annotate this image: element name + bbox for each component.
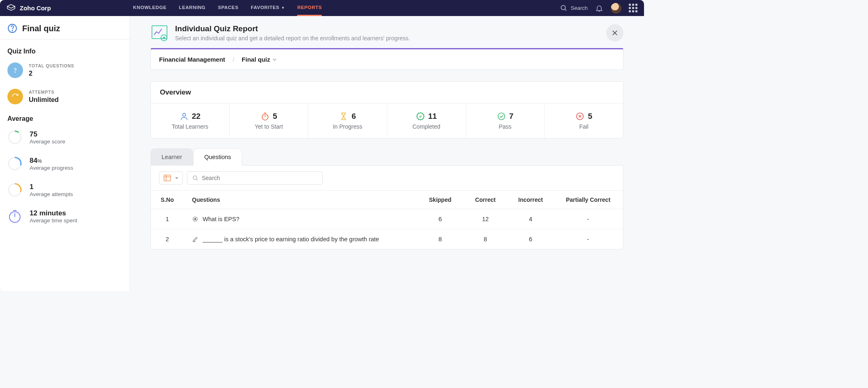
page-title: Individual Quiz Report	[175, 24, 410, 33]
avg-time-label: Average time spent	[30, 217, 77, 224]
breadcrumb-course[interactable]: Financial Management	[159, 56, 225, 63]
caret-down-icon: ▼	[281, 6, 285, 10]
x-circle-icon	[575, 112, 584, 121]
questions-table-card: S.No Questions Skipped Correct Incorrect…	[150, 165, 623, 249]
overview-stats: 22 Total Learners 5 Yet to Start 6 In Pr…	[151, 104, 623, 138]
col-skipped: Skipped	[418, 191, 463, 209]
avg-time-row: 12 minutesAverage time spent	[7, 209, 122, 224]
stopwatch-icon	[261, 112, 270, 121]
nav-learning[interactable]: LEARNING	[179, 0, 205, 16]
total-questions-value: 2	[29, 70, 74, 77]
breadcrumb-card: Financial Management / Final quiz	[150, 48, 623, 70]
topbar: Zoho Corp KNOWLEDGE LEARNING SPACES FAVO…	[0, 0, 644, 16]
tabs: Learner Questions	[150, 148, 623, 166]
cell-correct: 12	[463, 209, 508, 229]
badge-icon	[416, 112, 425, 121]
ring-icon	[7, 130, 22, 145]
search-icon	[560, 5, 568, 12]
main: Individual Quiz Report Select an individ…	[130, 16, 644, 291]
stat-value: 11	[428, 112, 437, 121]
brand-logo-icon	[7, 4, 16, 13]
quiz-info-title: Quiz Info	[7, 48, 122, 55]
total-questions-row: TOTAL QUESTIONS2	[7, 62, 122, 78]
overview-title: Overview	[151, 82, 623, 104]
global-search-label: Search	[571, 5, 588, 11]
stat-label: Total Learners	[155, 123, 225, 130]
questions-table: S.No Questions Skipped Correct Incorrect…	[151, 190, 623, 249]
notifications-icon[interactable]	[595, 4, 603, 12]
svg-point-29	[193, 176, 197, 179]
view-mode-button[interactable]	[159, 171, 183, 185]
avg-attempts-value: 1	[30, 183, 73, 191]
tab-learner[interactable]: Learner	[150, 148, 193, 166]
apps-icon[interactable]	[629, 4, 637, 12]
cell-sno: 1	[151, 209, 184, 229]
close-button[interactable]	[606, 24, 623, 42]
nav: KNOWLEDGE LEARNING SPACES FAVORITES▼ REP…	[133, 0, 322, 16]
avg-progress-row: 84%Average progress	[7, 156, 122, 171]
cell-partial: -	[553, 209, 623, 229]
stat-label: Pass	[470, 123, 540, 130]
table-row[interactable]: 2 ______ is a stock's price to earning r…	[151, 229, 623, 249]
stat-label: Fail	[549, 123, 619, 130]
tab-questions[interactable]: Questions	[193, 148, 242, 166]
svg-point-5	[9, 131, 21, 143]
question-icon	[7, 62, 23, 78]
table-toolbar	[151, 166, 623, 190]
breadcrumb-quiz-label: Final quiz	[242, 56, 270, 63]
cell-question: ______ is a stock's price to earning rat…	[203, 236, 379, 242]
avg-attempts-row: 1Average attempts	[7, 182, 122, 197]
search-input[interactable]	[202, 175, 317, 181]
sidebar: Final quiz Quiz Info TOTAL QUESTIONS2 AT…	[0, 16, 130, 291]
col-incorrect: Incorrect	[508, 191, 553, 209]
avg-attempts-label: Average attempts	[30, 191, 73, 197]
stat-value: 7	[509, 112, 514, 121]
nav-reports[interactable]: REPORTS	[297, 0, 322, 16]
edit-icon	[192, 236, 199, 242]
caret-down-icon	[175, 177, 178, 179]
table-search[interactable]	[187, 171, 323, 185]
cell-skipped: 8	[418, 229, 463, 249]
attempts-label: ATTEMPTS	[29, 90, 59, 95]
refresh-icon	[7, 89, 23, 104]
avg-progress-label: Average progress	[30, 165, 73, 171]
avg-time-value: 12 minutes	[30, 209, 77, 217]
cell-incorrect: 4	[508, 209, 553, 229]
overview-card: Overview 22 Total Learners 5 Yet to Star…	[150, 81, 623, 139]
avatar[interactable]	[611, 3, 621, 14]
nav-favorites[interactable]: FAVORITES▼	[251, 0, 285, 16]
svg-rect-26	[164, 175, 171, 181]
svg-point-3	[12, 30, 12, 31]
col-correct: Correct	[463, 191, 508, 209]
global-search[interactable]: Search	[560, 5, 588, 12]
nav-knowledge[interactable]: KNOWLEDGE	[133, 0, 166, 16]
stat-value: 6	[351, 112, 356, 121]
page-header: Individual Quiz Report Select an individ…	[150, 24, 623, 42]
topbar-right: Search	[560, 3, 637, 14]
svg-line-30	[196, 179, 197, 180]
stat-in-progress: 6 In Progress	[308, 104, 387, 138]
col-sno: S.No	[151, 191, 184, 209]
table-row[interactable]: 1 What is EPS? 6 12 4 -	[151, 209, 623, 229]
breadcrumb-quiz-dropdown[interactable]: Final quiz	[242, 56, 277, 63]
avg-score-row: 75Average score	[7, 130, 122, 145]
attempts-row: ATTEMPTSUnlimited	[7, 89, 122, 104]
stat-value: 5	[273, 112, 277, 121]
avg-score-value: 75	[30, 130, 65, 139]
nav-spaces[interactable]: SPACES	[218, 0, 238, 16]
stat-total-learners: 22 Total Learners	[151, 104, 230, 138]
brand[interactable]: Zoho Corp	[7, 4, 51, 13]
table-icon	[164, 175, 171, 181]
attempts-value: Unlimited	[29, 96, 59, 104]
brand-name: Zoho Corp	[20, 5, 51, 12]
report-icon	[150, 24, 169, 42]
ring-icon	[7, 156, 22, 171]
sidebar-title: Final quiz	[22, 24, 60, 33]
cell-skipped: 6	[418, 209, 463, 229]
cell-correct: 8	[463, 229, 508, 249]
search-icon	[192, 175, 199, 181]
caret-down-icon	[272, 58, 277, 62]
col-partial: Partially Correct	[553, 191, 623, 209]
svg-point-22	[498, 113, 505, 120]
avg-progress-value: 84	[30, 157, 37, 164]
